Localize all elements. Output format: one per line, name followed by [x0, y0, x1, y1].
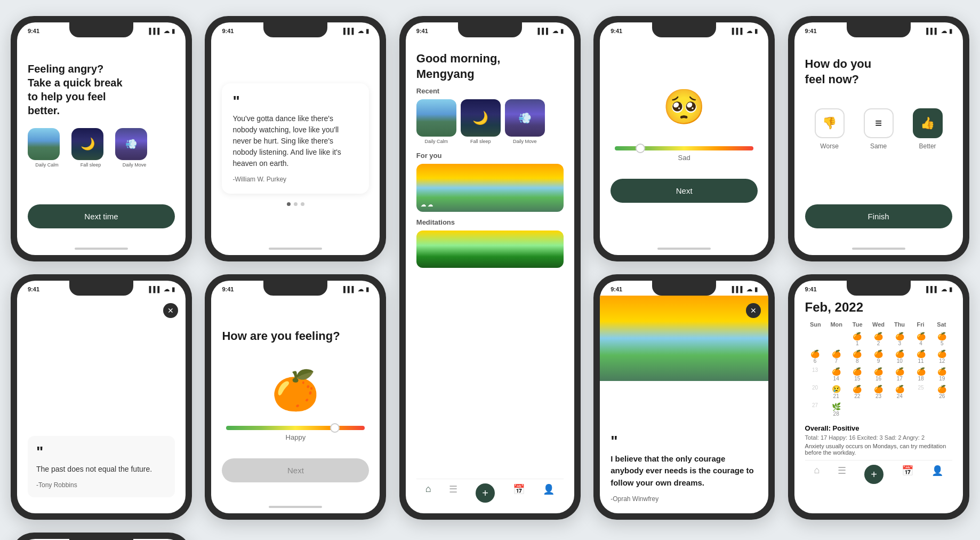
notch-5: [263, 281, 327, 296]
quote-text-2: You've gotta dance like there's nobody w…: [232, 113, 358, 169]
recent-daily-calm[interactable]: Daily Calm: [416, 99, 456, 144]
feeling-emoji-happy: 🍊: [222, 368, 369, 413]
for-you-label: For you: [416, 152, 564, 160]
quote-text-7: I believe that the only courage anybody …: [611, 453, 758, 489]
tab-explore-icon[interactable]: ☰: [449, 483, 457, 503]
calendar-grid: 🍊1 🍊2 🍊3 🍊4 🍊5 🍊6 🍊7 🍊8 🍊9 🍊10 🍊11 🍊12 1…: [805, 331, 952, 418]
tab-add-button-8[interactable]: +: [864, 465, 883, 484]
greeting-title: Good morning, Mengyang: [416, 51, 564, 82]
quote-block-6: " The past does not equal the future. -T…: [28, 436, 175, 497]
home-indicator-9: [852, 248, 905, 250]
tab-calendar-icon-8[interactable]: 📅: [902, 465, 913, 484]
finish-button[interactable]: Finish: [805, 204, 952, 228]
app-daily-move[interactable]: 💨 Daily Move: [115, 128, 154, 168]
notch-4: [652, 22, 716, 37]
mood-emoji-sad: 🥺: [611, 87, 758, 127]
notch-6: [69, 281, 133, 296]
notch-1: [69, 22, 133, 37]
quote-card-2: " You've gotta dance like there's nobody…: [222, 83, 369, 194]
phone-6: 9:41 ▌▌▌ ☁ ▮ ✕ " The past does not equal…: [11, 274, 192, 520]
tab-calendar-icon[interactable]: 📅: [513, 483, 525, 503]
feel-now-title: How do you feel now?: [805, 57, 952, 87]
phone-7: 9:41 ▌▌▌ ☁ ▮ ✕ " I believe that the only…: [593, 274, 775, 520]
landscape-image-7: [600, 296, 768, 381]
tab-add-button[interactable]: +: [476, 483, 495, 503]
notch-7: [652, 281, 716, 296]
phone-9: 9:41 ▌▌▌ ☁ ▮ How do you feel now? 👎 Wors…: [788, 16, 969, 261]
angry-title: Feeling angry?Take a quick breakto help …: [28, 62, 175, 117]
home-indicator-2: [269, 248, 322, 250]
phone-4: 9:41 ▌▌▌ ☁ ▮ 🥺 Sad Next: [593, 16, 775, 261]
phones-grid: 9:41 ▌▌▌ ☁ ▮ Feeling angry?Take a quick …: [11, 16, 969, 540]
quote-author-2: -William W. Purkey: [232, 176, 358, 183]
tab-home-icon[interactable]: ⌂: [425, 483, 431, 503]
notch-9: [847, 22, 911, 37]
app-icons-row: Daily Calm 🌙 Fall sleep 💨 Daily Move: [28, 128, 175, 168]
quote-author-6: -Tony Robbins: [36, 481, 166, 489]
quote-block-7: " I believe that the only courage anybod…: [611, 434, 758, 503]
feel-option-better[interactable]: 👍 Better: [913, 108, 943, 150]
quote-text-6: The past does not equal the future.: [36, 464, 166, 475]
next-button-5[interactable]: Next: [222, 458, 369, 482]
phone-10: 9:41 ▌▌▌ ☁ ▮ How are you feeling? 😡 Angr…: [11, 533, 192, 540]
recent-row: Daily Calm 🌙 Fall sleep 💨 Daily Move: [416, 99, 564, 144]
mood-slider-sad[interactable]: [615, 146, 753, 150]
home-indicator-1: [75, 248, 128, 250]
tab-profile-icon[interactable]: 👤: [543, 483, 555, 503]
app-fall-sleep[interactable]: 🌙 Fall sleep: [71, 128, 110, 168]
home-indicator-5: [269, 506, 322, 508]
feel-option-worse[interactable]: 👎 Worse: [815, 108, 845, 150]
mood-label-sad: Sad: [615, 154, 753, 162]
carousel-dots-2: [222, 202, 369, 206]
next-time-button[interactable]: Next time: [28, 204, 175, 228]
recent-daily-move[interactable]: 💨 Daily Move: [505, 99, 545, 144]
mood-slider-happy[interactable]: [226, 426, 365, 430]
meditations-card[interactable]: [416, 231, 564, 268]
phone-2: 9:41 ▌▌▌ ☁ ▮ " You've gotta dance like t…: [205, 16, 386, 261]
tab-bar-3: ⌂ ☰ + 📅 👤: [416, 479, 564, 503]
tab-bar-8: ⌂ ☰ + 📅 👤: [805, 460, 952, 484]
recent-fall-sleep[interactable]: 🌙 Fall sleep: [461, 99, 501, 144]
meditations-label: Meditations: [416, 218, 564, 226]
close-button-7[interactable]: ✕: [746, 303, 761, 318]
next-button-4[interactable]: Next: [611, 179, 758, 203]
mood-label-happy: Happy: [226, 433, 365, 441]
notch-2: [263, 22, 327, 37]
phone-8: 9:41 ▌▌▌ ☁ ▮ Feb, 2022 Sun Mon Tue Wed T…: [788, 274, 969, 520]
phone-5: 9:41 ▌▌▌ ☁ ▮ How are you feeling? 🍊 Happ…: [205, 274, 386, 520]
tab-profile-icon-8[interactable]: 👤: [931, 465, 943, 484]
phone-1: 9:41 ▌▌▌ ☁ ▮ Feeling angry?Take a quick …: [11, 16, 192, 261]
calendar-month-title: Feb, 2022: [805, 300, 952, 315]
close-button-6[interactable]: ✕: [163, 303, 178, 318]
home-indicator-4: [657, 248, 711, 250]
overall-section: Overall: Positive Total: 17 Happy: 16 Ex…: [805, 424, 952, 456]
app-daily-calm[interactable]: Daily Calm: [28, 128, 66, 168]
recent-label: Recent: [416, 87, 564, 95]
phone-3: 9:41 ▌▌▌ ☁ ▮ Good morning, Mengyang Rece…: [399, 16, 581, 520]
feel-options-row: 👎 Worse ≡ Same 👍 Better: [805, 108, 952, 150]
tab-explore-icon-8[interactable]: ☰: [838, 465, 846, 484]
notch-3: [458, 22, 522, 37]
how-feeling-title-5: How are you feeling?: [222, 329, 369, 343]
tab-home-icon-8[interactable]: ⌂: [814, 465, 820, 484]
calendar-header: Sun Mon Tue Wed Thu Fri Sat: [805, 321, 952, 328]
feel-option-same[interactable]: ≡ Same: [864, 108, 894, 150]
notch-8: [847, 281, 911, 296]
for-you-card[interactable]: ☁ ☁: [416, 164, 564, 212]
quote-author-7: -Oprah Winwfrey: [611, 495, 758, 503]
